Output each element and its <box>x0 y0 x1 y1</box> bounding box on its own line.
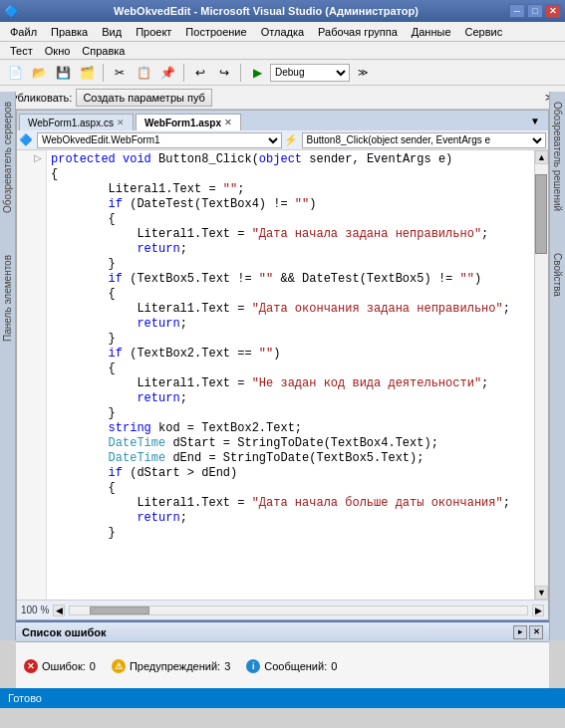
menu-file[interactable]: Файл <box>4 24 43 40</box>
new-button[interactable]: 📄 <box>4 63 26 83</box>
warning-count-badge: ⚠ Предупреждений: 3 <box>112 659 230 673</box>
gutter-26 <box>17 526 46 541</box>
error-label: Ошибок: <box>42 660 86 672</box>
menu-view[interactable]: Вид <box>96 24 128 40</box>
outer-left-sidebar: Обозреватель серверов Панель элементов <box>0 92 16 640</box>
gutter-6 <box>17 227 46 242</box>
menu-tools[interactable]: Сервис <box>459 24 509 40</box>
code-line-24: Literal1.Text = "Дата начала больше даты… <box>51 496 530 511</box>
scroll-right-button[interactable]: ▶ <box>532 605 544 616</box>
panel-close-button[interactable]: ✕ <box>529 625 543 639</box>
tab-dropdown-button[interactable]: ▼ <box>524 111 546 130</box>
scroll-up-button[interactable]: ▲ <box>535 150 548 164</box>
maximize-button[interactable]: □ <box>527 4 543 18</box>
error-panel-body: ✕ Ошибок: 0 ⚠ Предупреждений: 3 i Сообще… <box>16 642 549 690</box>
menu-data[interactable]: Данные <box>406 24 457 40</box>
minimize-button[interactable]: ─ <box>509 4 525 18</box>
title-bar: 🔷 WebOkvedEdit - Microsoft Visual Studio… <box>0 0 565 22</box>
gutter-3 <box>17 182 46 197</box>
code-line-23: { <box>51 481 530 496</box>
open-button[interactable]: 📂 <box>28 63 50 83</box>
message-count-badge: i Сообщений: 0 <box>246 659 337 673</box>
redo-button[interactable]: ↪ <box>213 63 235 83</box>
method-dropdown[interactable]: Button8_Click(object sender, EventArgs e <box>302 132 547 148</box>
vertical-scrollbar[interactable]: ▲ ▼ <box>534 150 548 600</box>
save-all-button[interactable]: 🗂️ <box>76 63 98 83</box>
method-icon: ⚡ <box>284 133 298 146</box>
tab-cs-label: WebForm1.aspx.cs <box>28 118 114 128</box>
code-line-12: return; <box>51 317 530 332</box>
message-label: Сообщений: <box>264 660 327 672</box>
run-button[interactable]: ▶ <box>246 63 268 83</box>
solution-explorer-label[interactable]: Обозреватель решений <box>550 96 565 217</box>
code-line-5: { <box>51 212 530 227</box>
debug-mode-select[interactable]: Debug <box>270 64 350 82</box>
class-icon: 🔷 <box>19 133 33 146</box>
class-dropdown[interactable]: WebOkvedEdit.WebForm1 <box>37 132 282 148</box>
tab-aspx[interactable]: WebForm1.aspx ✕ <box>136 114 241 130</box>
save-button[interactable]: 💾 <box>52 63 74 83</box>
code-line-20: DateTime dStart = StringToDate(TextBox4.… <box>51 436 530 451</box>
tab-aspx-close[interactable]: ✕ <box>224 118 232 127</box>
copy-button[interactable]: 📋 <box>133 63 154 83</box>
dropdown-bar: 🔷 WebOkvedEdit.WebForm1 ⚡ Button8_Click(… <box>17 130 548 150</box>
horizontal-scrollbar[interactable] <box>69 606 528 615</box>
gutter-16 <box>17 376 46 391</box>
paste-button[interactable]: 📌 <box>156 63 178 83</box>
scroll-thumb[interactable] <box>535 174 547 254</box>
code-line-8: } <box>51 257 530 272</box>
code-line-10: { <box>51 287 530 302</box>
gutter-5 <box>17 212 46 227</box>
message-count: 0 <box>331 660 337 672</box>
tab-cs-close[interactable]: ✕ <box>117 118 125 127</box>
cut-button[interactable]: ✂ <box>109 63 131 83</box>
tab-cs[interactable]: WebForm1.aspx.cs ✕ <box>19 114 134 130</box>
code-line-25: return; <box>51 511 530 526</box>
gutter-7 <box>17 242 46 257</box>
warning-label: Предупреждений: <box>130 660 220 672</box>
menu-window[interactable]: Окно <box>39 43 77 59</box>
menu-help[interactable]: Справка <box>76 43 131 59</box>
panel-pin-button[interactable]: ▸ <box>513 625 527 639</box>
toolbox-label[interactable]: Панель элементов <box>0 249 15 348</box>
code-line-13: } <box>51 332 530 347</box>
menu-bar: Файл Правка Вид Проект Построение Отладк… <box>0 22 565 42</box>
properties-label[interactable]: Свойства <box>550 247 565 303</box>
scroll-left-button[interactable]: ◀ <box>53 605 65 616</box>
code-line-26: } <box>51 526 530 541</box>
code-line-6: Literal1.Text = "Дата начала задана непр… <box>51 227 530 242</box>
code-content[interactable]: protected void Button8_Click(object send… <box>47 150 534 600</box>
menu-test[interactable]: Тест <box>4 43 39 59</box>
main-toolbar: 📄 📂 💾 🗂️ ✂ 📋 📌 ↩ ↪ ▶ Debug ≫ <box>0 60 565 86</box>
server-explorer-label[interactable]: Обозреватель серверов <box>0 96 15 219</box>
window-title: WebOkvedEdit - Microsoft Visual Studio (… <box>23 5 509 17</box>
app-icon: 🔷 <box>4 4 19 18</box>
menu-debug[interactable]: Отладка <box>255 24 310 40</box>
code-area: ▷ <box>17 150 548 600</box>
toolbar-sep-3 <box>240 64 241 82</box>
outer-right-sidebar: Обозреватель решений Свойства <box>549 92 565 640</box>
publish-button[interactable]: Создать параметры пуб <box>76 89 211 107</box>
gutter-8 <box>17 257 46 272</box>
gutter-23 <box>17 481 46 496</box>
code-line-22: if (dStart > dEnd) <box>51 466 530 481</box>
menu-edit[interactable]: Правка <box>45 24 94 40</box>
gutter-13 <box>17 332 46 347</box>
menu-build[interactable]: Построение <box>179 24 252 40</box>
scroll-down-button[interactable]: ▼ <box>535 586 548 600</box>
editor-container: WebForm1.aspx.cs ✕ WebForm1.aspx ✕ ▼ 🔷 W… <box>16 110 549 620</box>
undo-button[interactable]: ↩ <box>189 63 211 83</box>
close-button[interactable]: ✕ <box>545 4 561 18</box>
publish-toolbar: Публиковать: Создать параметры пуб ≫ <box>0 86 565 110</box>
menu-project[interactable]: Проект <box>130 24 177 40</box>
code-line-18: } <box>51 406 530 421</box>
gutter-17 <box>17 391 46 406</box>
menu-team[interactable]: Рабочая группа <box>312 24 404 40</box>
zoom-bar: 100 % ◀ ▶ <box>17 600 548 619</box>
gutter-25 <box>17 511 46 526</box>
scroll-h-thumb[interactable] <box>90 607 149 614</box>
gutter-11 <box>17 302 46 317</box>
gutter-19 <box>17 421 46 436</box>
toolbar-more[interactable]: ≫ <box>352 63 374 83</box>
code-line-21: DateTime dEnd = StringToDate(TextBox5.Te… <box>51 451 530 466</box>
